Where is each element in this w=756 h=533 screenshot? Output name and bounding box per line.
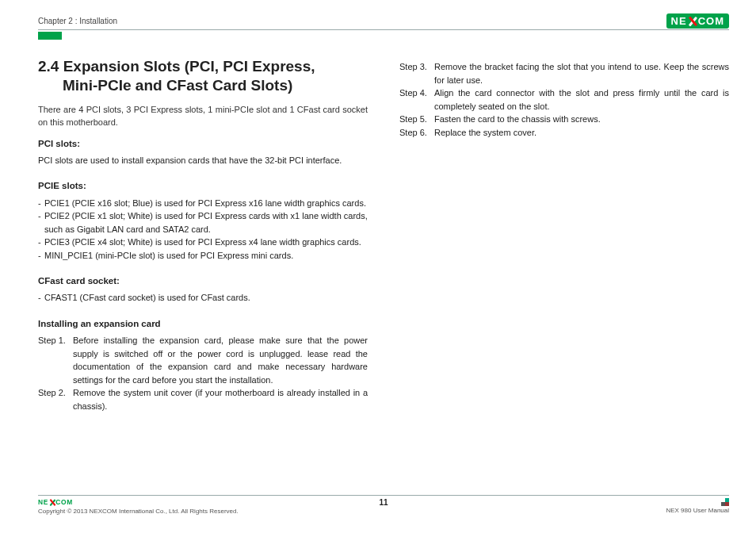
pcie-heading: PCIE slots: <box>38 179 368 193</box>
step-text: Fasten the card to the chassis with scre… <box>434 113 729 126</box>
cfast-item: -CFAST1 (CFast card socket) is used for … <box>38 291 368 305</box>
header-accent-bar <box>38 32 62 40</box>
footer-logo: NE COM <box>38 498 178 506</box>
footer-logo-left: NE <box>38 498 48 506</box>
step-label: Step 5. <box>399 113 434 126</box>
chapter-title: Chapter 2 : Installation <box>38 17 117 25</box>
page-number: 11 <box>379 498 388 507</box>
copyright-text: Copyright © 2013 NEXCOM International Co… <box>38 508 239 515</box>
section-intro: There are 4 PCI slots, 3 PCI Express slo… <box>38 103 368 129</box>
install-step-4: Step 4. Align the card connector with th… <box>399 86 729 113</box>
pcie-item-2: -PCIE2 (PCIE x1 slot; White) is used for… <box>38 209 368 236</box>
install-step-6: Step 6. Replace the system cover. <box>399 126 729 140</box>
manual-name: NEX 980 User Manual <box>666 507 729 514</box>
install-step-2: Step 2. Remove the system unit cover (if… <box>38 386 368 412</box>
step-label: Step 2. <box>38 386 73 412</box>
nexcom-logo: NE COM <box>666 13 729 29</box>
pci-text: PCI slots are used to install expansion … <box>38 154 368 167</box>
heading-line-2: Mini-PCIe and CFast Card Slots) <box>38 76 368 95</box>
page-footer: NE COM Copyright © 2013 NEXCOM Internati… <box>38 495 729 515</box>
pci-heading: PCI slots: <box>38 137 368 151</box>
left-column: 2.4 Expansion Slots (PCI, PCI Express, M… <box>38 57 368 495</box>
step-text: Remove the system unit cover (if your mo… <box>73 386 368 412</box>
page-header: Chapter 2 : Installation NE COM <box>38 14 729 30</box>
logo-text-right: COM <box>698 15 724 27</box>
pcie-item-4: -MINI_PCIE1 (mini-PCIe slot) is used for… <box>38 249 368 263</box>
corner-decoration-icon <box>718 498 729 506</box>
install-heading: Installing an expansion card <box>38 317 368 331</box>
install-step-3: Step 3. Remove the bracket facing the sl… <box>399 60 729 86</box>
section-heading: 2.4 Expansion Slots (PCI, PCI Express, M… <box>38 57 368 95</box>
step-label: Step 1. <box>38 334 73 386</box>
cfast-heading: CFast card socket: <box>38 274 368 288</box>
footer-logo-x-icon <box>49 499 55 505</box>
logo-text-left: NE <box>671 15 687 27</box>
logo-x-icon <box>688 17 697 26</box>
step-label: Step 6. <box>399 126 434 140</box>
pcie-item-1: -PCIE1 (PCIE x16 slot; Blue) is used for… <box>38 197 368 210</box>
step-label: Step 4. <box>399 86 434 113</box>
heading-line-1: 2.4 Expansion Slots (PCI, PCI Express, <box>38 58 315 75</box>
step-text: Replace the system cover. <box>434 126 729 140</box>
right-column: Step 3. Remove the bracket facing the sl… <box>399 57 729 495</box>
step-text: Align the card connector with the slot a… <box>434 86 729 113</box>
step-text: Before installing the expansion card, pl… <box>73 334 368 386</box>
install-step-5: Step 5. Fasten the card to the chassis w… <box>399 113 729 126</box>
pcie-item-3: -PCIE3 (PCIE x4 slot; White) is used for… <box>38 236 368 249</box>
footer-logo-right: COM <box>55 498 73 506</box>
install-step-1: Step 1. Before installing the expansion … <box>38 334 368 386</box>
step-text: Remove the bracket facing the slot that … <box>434 60 729 86</box>
step-label: Step 3. <box>399 60 434 86</box>
